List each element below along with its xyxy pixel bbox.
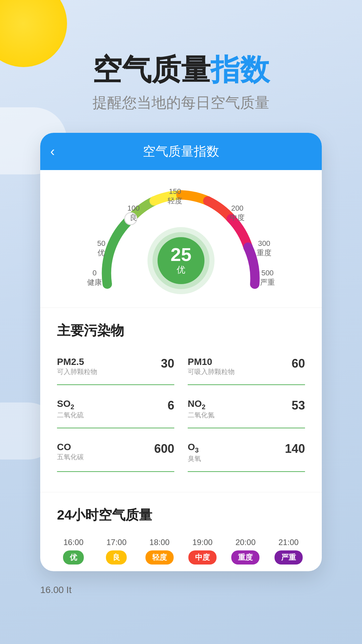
gauge-center: 25 优 (147, 227, 215, 294)
hourly-badge-1800: 轻度 (145, 550, 174, 565)
hourly-time-1800: 18:00 (149, 538, 170, 547)
pollutant-name-no2: NO2 (188, 398, 215, 411)
pollutant-sub-co: 五氧化碳 (57, 452, 84, 462)
card-wrapper: ‹ 空气质量指数 (0, 133, 362, 571)
pollutant-name-pm10: PM10 (188, 357, 235, 367)
pollutant-value-so2: 6 (168, 398, 174, 413)
hourly-section: 24小时空气质量 16:00 优 17:00 良 18:00 轻度 19:00 … (40, 492, 322, 571)
pollutant-pm10: PM10 可吸入肺颗粒物 60 (188, 350, 305, 385)
pollutant-so2: SO2 二氧化硫 6 (57, 392, 174, 429)
pollutant-sub-pm10: 可吸入肺颗粒物 (188, 367, 235, 376)
gauge-label-50: 50优 (97, 239, 105, 258)
back-button[interactable]: ‹ (50, 144, 55, 159)
hourly-title: 24小时空气质量 (57, 506, 305, 524)
pollutants-section: 主要污染物 PM2.5 可入肺颗粒物 30 PM10 (40, 308, 322, 492)
pollutant-sub-so2: 二氧化硫 (57, 411, 84, 420)
bottom-label: 16.00 It (0, 571, 362, 609)
aqi-status: 优 (177, 264, 185, 276)
gauge-label-150: 150轻度 (168, 187, 182, 206)
hourly-time-2000: 20:00 (235, 538, 255, 547)
pollutant-value-no2: 53 (292, 398, 305, 413)
pollutant-value-pm25: 30 (161, 357, 174, 371)
hero-section: 空气质量指数 提醒您当地的每日空气质量 (0, 0, 362, 133)
hero-subtitle: 提醒您当地的每日空气质量 (0, 93, 362, 113)
hero-title-blue: 指数 (210, 53, 269, 86)
pollutant-name-o3: O3 (188, 442, 201, 454)
pollutant-value-o3: 140 (285, 442, 305, 456)
gauge-center-mid: 25 优 (153, 232, 209, 289)
pollutant-sub-no2: 二氧化氮 (188, 411, 215, 420)
card-header: ‹ 空气质量指数 (40, 133, 322, 170)
gauge-label-300: 300重度 (257, 239, 272, 258)
gauge-section: 0健康 50优 100良 150轻度 2 (40, 170, 322, 308)
hourly-badge-1900: 中度 (188, 550, 217, 565)
hourly-item-2000: 20:00 重度 (229, 538, 262, 565)
hourly-item-1800: 18:00 轻度 (143, 538, 176, 565)
hourly-time-1700: 17:00 (106, 538, 126, 547)
bottom-text: 16.00 It (40, 585, 71, 595)
hourly-time-1900: 19:00 (192, 538, 213, 547)
hourly-time-1600: 16:00 (63, 538, 83, 547)
pollutant-pm25: PM2.5 可入肺颗粒物 30 (57, 350, 174, 385)
hourly-item-1700: 17:00 良 (100, 538, 133, 565)
pollutant-o3: O3 臭氧 140 (188, 435, 305, 472)
main-card: ‹ 空气质量指数 (40, 133, 322, 571)
hourly-badge-1700: 良 (106, 550, 127, 565)
gauge-label-100: 100良 (127, 204, 140, 223)
aqi-value: 25 (171, 245, 191, 264)
pollutant-sub-o3: 臭氧 (188, 454, 201, 463)
hourly-badge-1600: 优 (63, 550, 84, 565)
hourly-item-1900: 19:00 中度 (186, 538, 219, 565)
gauge-center-outer: 25 优 (147, 227, 215, 294)
pollutant-grid: PM2.5 可入肺颗粒物 30 PM10 可吸入肺颗粒物 60 (57, 350, 305, 479)
hourly-badge-2100: 严重 (275, 550, 303, 565)
pollutant-no2: NO2 二氧化氮 53 (188, 392, 305, 429)
pollutant-sub-pm25: 可入肺颗粒物 (57, 367, 97, 376)
gauge-center-inner: 25 优 (158, 237, 204, 284)
gauge-label-0: 0健康 (87, 268, 102, 287)
pollutant-name-so2: SO2 (57, 398, 84, 411)
hourly-item-2100: 21:00 严重 (272, 538, 305, 565)
gauge-container: 0健康 50优 100良 150轻度 2 (87, 187, 275, 294)
pollutant-value-pm10: 60 (292, 357, 305, 371)
pollutant-name-co: CO (57, 442, 84, 452)
hourly-time-2100: 21:00 (279, 538, 299, 547)
hourly-row: 16:00 优 17:00 良 18:00 轻度 19:00 中度 20:00 (57, 538, 305, 565)
hero-title-black: 空气质量 (93, 53, 210, 86)
hourly-badge-2000: 重度 (231, 550, 259, 565)
pollutant-co: CO 五氧化碳 600 (57, 435, 174, 472)
hourly-item-1600: 16:00 优 (57, 538, 90, 565)
pollutant-name-pm25: PM2.5 (57, 357, 97, 367)
pollutants-title: 主要污染物 (57, 321, 305, 340)
gauge-label-200: 200中度 (230, 204, 245, 223)
gauge-label-500: 500严重 (260, 268, 275, 287)
card-title: 空气质量指数 (143, 143, 219, 160)
pollutant-value-co: 600 (154, 442, 174, 456)
